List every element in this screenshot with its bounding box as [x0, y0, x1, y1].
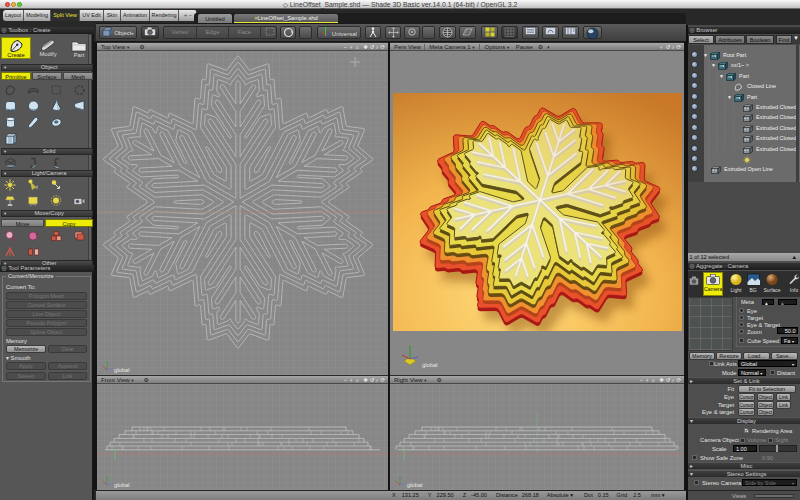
- svg-text:global: global: [407, 482, 422, 488]
- svg-text:global: global: [422, 362, 437, 368]
- svg-text:global: global: [114, 367, 129, 373]
- svg-text:global: global: [114, 482, 129, 488]
